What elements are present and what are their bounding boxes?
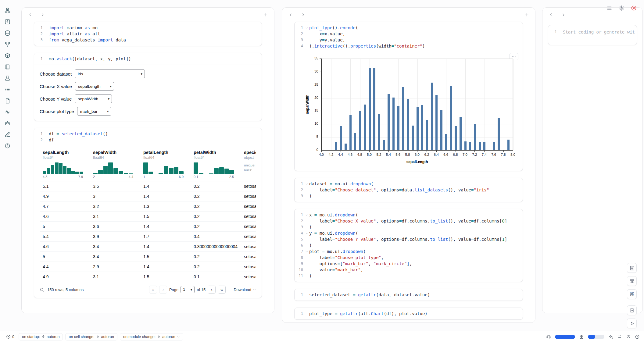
cpu-usage-meter[interactable] bbox=[588, 335, 604, 339]
code-editor[interactable]: 1import marimo as mo2import altair as al… bbox=[34, 22, 262, 46]
column-header-cell[interactable]: petalWidthfloat640.12.5 bbox=[191, 148, 241, 181]
first-page-icon[interactable]: « bbox=[149, 286, 157, 294]
run-play-icon[interactable] bbox=[627, 319, 637, 328]
column-header-cell[interactable]: petalLengthfloat6416.9 bbox=[140, 148, 191, 181]
fold-toggle-icon[interactable] bbox=[304, 25, 309, 31]
assistant-icon[interactable] bbox=[4, 119, 11, 127]
code-line[interactable]: 5 label="Choose Y value", options=df.col… bbox=[295, 236, 521, 242]
run-mode-chip[interactable]: on module change:autorun bbox=[120, 333, 183, 340]
memory-usage-meter[interactable] bbox=[555, 335, 575, 339]
table-row[interactable]: 4.42.91.40.2setosa bbox=[40, 262, 256, 272]
code-line[interactable]: 11) bbox=[295, 273, 521, 279]
dependency-graph-icon[interactable] bbox=[4, 41, 11, 48]
download-button[interactable]: Download bbox=[234, 287, 256, 292]
help-icon[interactable] bbox=[4, 142, 11, 149]
menu-icon[interactable] bbox=[605, 4, 614, 12]
settings-gear-icon[interactable] bbox=[617, 4, 626, 12]
code-line[interactable]: 1plot_type().encode( bbox=[295, 25, 521, 31]
plot-area[interactable] bbox=[321, 59, 513, 150]
table-row[interactable]: 4.63.11.50.2setosa bbox=[40, 212, 256, 222]
code-editor[interactable]: 1df = selected_dataset()2df bbox=[34, 128, 262, 146]
swap-icon[interactable] bbox=[617, 334, 622, 339]
code-line[interactable]: 3from vega_datasets import data bbox=[34, 37, 260, 43]
code-line[interactable]: 1df = selected_dataset() bbox=[34, 131, 260, 137]
outline-icon[interactable] bbox=[4, 86, 11, 93]
datasources-icon[interactable] bbox=[4, 29, 11, 37]
column-next-button[interactable] bbox=[559, 10, 567, 19]
code-line[interactable]: 3) bbox=[295, 224, 521, 230]
run-mode-chip[interactable]: on cell change:autorun bbox=[65, 333, 117, 340]
code-line[interactable]: 2 label="Choose dataset", options=data.l… bbox=[295, 187, 521, 193]
code-line[interactable]: 1dataset = mo.ui.dropdown( bbox=[295, 181, 521, 187]
code-line[interactable]: 2 label="Choose X value", options=df.col… bbox=[295, 218, 521, 224]
column-prev-button[interactable] bbox=[547, 10, 555, 19]
code-line[interactable]: 4y = mo.ui.dropdown( bbox=[295, 230, 521, 236]
code-line[interactable]: 2import altair as alt bbox=[34, 31, 260, 37]
code-editor[interactable]: 1plot_type().encode(2 x=x.value,3 y=y.va… bbox=[295, 22, 523, 52]
table-row[interactable]: 4.931.40.2setosa bbox=[40, 191, 256, 201]
page-select[interactable]: 1 bbox=[181, 286, 195, 293]
code-line[interactable]: 9 options=["mark_bar", "mark_circle"], bbox=[295, 261, 521, 267]
code-editor[interactable]: 1x = mo.ui.dropdown(2 label="Choose X va… bbox=[295, 209, 523, 282]
notebook-icon[interactable] bbox=[4, 63, 11, 70]
table-row[interactable]: 5.43.91.70.4setosa bbox=[40, 232, 256, 242]
table-row[interactable]: 53.61.40.2setosa bbox=[40, 222, 256, 232]
column-prev-button[interactable] bbox=[26, 10, 34, 19]
column-prev-button[interactable] bbox=[286, 10, 295, 19]
code-line[interactable]: 1import marimo as mo bbox=[34, 25, 260, 31]
dataset-select[interactable]: iris bbox=[75, 69, 145, 78]
code-line[interactable]: 1x = mo.ui.dropdown( bbox=[295, 212, 521, 218]
table-row[interactable]: 4.63.41.40.30000000000000004setosa bbox=[40, 242, 256, 252]
column-header-cell[interactable]: sepalLengthfloat644.37.9 bbox=[40, 148, 90, 181]
shutdown-icon[interactable] bbox=[629, 4, 638, 12]
code-line[interactable]: 4).interactive().properties(width="conta… bbox=[295, 43, 521, 49]
code-line[interactable]: 1plot_type = getattr(alt.Chart(df), plot… bbox=[295, 311, 521, 317]
column-next-button[interactable] bbox=[299, 10, 307, 19]
column-next-button[interactable] bbox=[38, 10, 47, 19]
packages-icon[interactable] bbox=[4, 52, 11, 59]
column-header-cell[interactable]: sepalWidthfloat6424.4 bbox=[90, 148, 140, 181]
code-line[interactable]: 2df bbox=[34, 137, 260, 143]
code-line[interactable]: 6) bbox=[295, 242, 521, 248]
table-row[interactable]: 4.73.21.30.2setosa bbox=[40, 201, 256, 212]
code-line[interactable]: 3) bbox=[295, 193, 521, 199]
fold-toggle-icon[interactable] bbox=[304, 230, 309, 236]
command-icon[interactable]: ⌘ bbox=[627, 289, 637, 299]
code-line[interactable]: 1selected_dataset = getattr(data, datase… bbox=[295, 292, 521, 298]
add-cell-button[interactable] bbox=[522, 10, 531, 19]
file-tree-icon[interactable] bbox=[4, 7, 11, 14]
save-icon[interactable] bbox=[627, 263, 637, 273]
code-editor[interactable]: 1plot_type = getattr(alt.Chart(df), plot… bbox=[295, 308, 523, 319]
plot-type-select[interactable]: mark_bar bbox=[77, 107, 111, 116]
table-row[interactable]: 5.13.51.40.2setosa bbox=[40, 181, 256, 191]
code-line[interactable]: 8 label="Choose plot type", bbox=[295, 255, 521, 261]
y-value-select[interactable]: sepalWidth bbox=[75, 94, 112, 103]
fold-toggle-icon[interactable] bbox=[304, 248, 309, 255]
beaker-icon[interactable] bbox=[4, 74, 11, 82]
last-page-icon[interactable]: » bbox=[218, 286, 226, 294]
run-mode-chip[interactable]: on startup:autorun bbox=[19, 333, 63, 340]
code-line[interactable]: 7plot = mo.ui.dropdown( bbox=[295, 248, 521, 255]
code-editor[interactable]: 1dataset = mo.ui.dropdown(2 label="Choos… bbox=[295, 178, 523, 202]
table-row[interactable]: 53.41.50.2setosa bbox=[40, 252, 256, 262]
power-icon[interactable] bbox=[626, 334, 631, 339]
error-count-button[interactable]: 0 bbox=[4, 333, 16, 340]
tracing-icon[interactable] bbox=[4, 108, 11, 116]
functions-icon[interactable] bbox=[4, 18, 11, 25]
add-cell-button[interactable] bbox=[261, 10, 270, 19]
code-editor[interactable]: 1selected_dataset = getattr(data, datase… bbox=[295, 289, 523, 301]
column-header-cell[interactable]: speciesobjectunique:nulls: bbox=[241, 148, 256, 181]
fold-toggle-icon[interactable] bbox=[304, 181, 309, 187]
code-editor[interactable]: 1 Start coding or generate with AI bbox=[548, 25, 637, 45]
next-page-icon[interactable]: › bbox=[208, 286, 216, 294]
code-line[interactable]: 10 value="mark_bar", bbox=[295, 267, 521, 273]
prev-page-icon[interactable]: ‹ bbox=[159, 286, 167, 294]
document-icon[interactable] bbox=[4, 97, 11, 104]
sparkles-icon[interactable] bbox=[608, 334, 613, 339]
code-line[interactable]: 3 y=y.value, bbox=[295, 37, 521, 43]
table-row[interactable]: 4.93.11.50.1setosa bbox=[40, 272, 256, 282]
search-icon[interactable] bbox=[40, 287, 44, 292]
scratchpad-icon[interactable] bbox=[4, 131, 11, 138]
x-value-select[interactable]: sepalLength bbox=[75, 82, 114, 91]
clock-icon[interactable] bbox=[635, 334, 640, 339]
